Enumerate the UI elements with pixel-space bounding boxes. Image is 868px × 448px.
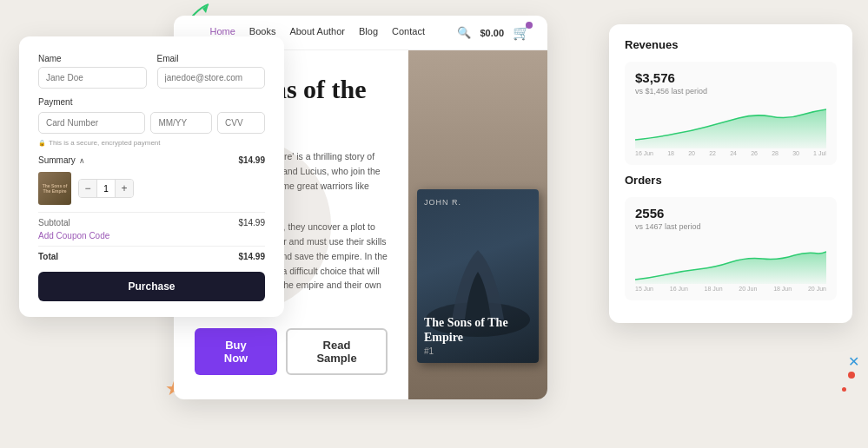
revenue-chart-svg: [635, 101, 826, 148]
coupon-row: Add Coupon Code: [38, 231, 265, 240]
cart-count: [526, 22, 533, 29]
revenue-value: $3,576: [635, 70, 826, 85]
book-actions: Buy Now Read Sample: [195, 328, 388, 375]
summary-label: Summary ∧: [38, 155, 85, 165]
orders-value: 2556: [635, 206, 826, 221]
orders-chart-svg: [635, 236, 826, 284]
chart-label: 16 Jun: [635, 150, 653, 156]
revenue-chart: [635, 101, 826, 148]
expiry-input[interactable]: [150, 112, 212, 134]
email-field-group: Email: [157, 54, 266, 89]
book-cover-image: JOHN R. The Sons of The Empire #1: [417, 189, 539, 363]
chart-label: 18 Jun: [705, 286, 723, 292]
summary-item: The Sons of The Empire − 1 +: [38, 172, 265, 205]
nav-about-author[interactable]: About Author: [289, 26, 345, 39]
quantity-decrease-button[interactable]: −: [79, 180, 96, 197]
chart-label: 28: [772, 150, 779, 156]
cart-icon[interactable]: 🛒: [513, 24, 530, 41]
chart-label: 1 Jul: [813, 150, 826, 156]
scene: ★ ✕ Name Email Payment This is a secure,…: [0, 0, 868, 448]
revenue-chart-labels: 16 Jun 18 20 22 24 26 28 30 1 Jul: [635, 150, 826, 156]
quantity-control: − 1 +: [78, 179, 134, 198]
chart-label: 20 Jun: [808, 286, 826, 292]
book-thumbnail: The Sons of The Empire: [38, 172, 71, 205]
book-cover-title: The Sons of The Empire: [424, 316, 532, 346]
chart-label: 30: [792, 150, 799, 156]
chart-label: 20: [688, 150, 695, 156]
nav-actions: 🔍 $0.00 🛒: [457, 24, 530, 41]
dot-decoration-2: [842, 387, 846, 392]
orders-chart-labels: 15 Jun 16 Jun 18 Jun 20 Jun 18 Jun 20 Ju…: [635, 286, 826, 292]
chart-label: 20 Jun: [739, 286, 757, 292]
book-cover-author: JOHN R.: [424, 198, 461, 207]
chart-label: 18: [667, 150, 674, 156]
analytics-title: Revenues: [625, 38, 837, 51]
cvv-input[interactable]: [217, 112, 265, 134]
chart-label: 18 Jun: [773, 286, 792, 292]
revenue-metric: $3,576 vs $1,456 last period 16 Jun 18: [625, 62, 837, 165]
subtotal-row: Subtotal $14.99: [38, 218, 265, 227]
name-field-group: Name: [38, 54, 147, 89]
analytics-card: Revenues $3,576 vs $1,456 last period: [609, 24, 852, 323]
orders-chart: [635, 236, 826, 284]
book-cover-area: JOHN R. The Sons of The Empire #1: [408, 50, 547, 399]
purchase-button[interactable]: Purchase: [38, 272, 265, 301]
buy-now-button[interactable]: Buy Now: [195, 328, 277, 375]
card-number-input[interactable]: [38, 112, 145, 134]
chart-label: 24: [730, 150, 737, 156]
name-input[interactable]: [38, 67, 147, 89]
email-input[interactable]: [157, 67, 266, 89]
divider-2: [38, 246, 265, 247]
svg-marker-0: [202, 4, 209, 13]
chart-label: 15 Jun: [635, 286, 653, 292]
checkout-card: Name Email Payment This is a secure, enc…: [19, 36, 284, 317]
summary-price: $14.99: [238, 155, 265, 165]
nav-contact[interactable]: Contact: [392, 26, 425, 39]
chevron-up-icon: ∧: [79, 156, 85, 165]
read-sample-button[interactable]: Read Sample: [286, 328, 388, 375]
subtotal-value: $14.99: [238, 218, 265, 227]
chart-label: 22: [709, 150, 716, 156]
coupon-label[interactable]: Add Coupon Code: [38, 231, 109, 240]
book-number: #1: [424, 346, 434, 356]
orders-metric: 2556 vs 1467 last period 15 Jun 16 Jun: [625, 197, 837, 300]
quantity-value: 1: [96, 180, 116, 197]
revenue-vs: vs $1,456 last period: [635, 87, 826, 96]
name-label: Name: [38, 54, 147, 63]
total-label: Total: [38, 252, 58, 261]
orders-title: Orders: [625, 174, 837, 187]
total-value: $14.99: [238, 252, 265, 261]
orders-vs: vs 1467 last period: [635, 222, 826, 231]
total-row: Total $14.99: [38, 252, 265, 261]
cart-price: $0.00: [480, 28, 504, 38]
dot-decoration: [848, 372, 855, 379]
payment-label: Payment: [38, 97, 265, 107]
nav-blog[interactable]: Blog: [359, 26, 378, 39]
subtotal-label: Subtotal: [38, 218, 70, 227]
quantity-increase-button[interactable]: +: [116, 180, 133, 197]
secure-note: This is a secure, encrypted payment: [38, 139, 265, 147]
divider: [38, 212, 265, 213]
search-icon[interactable]: 🔍: [457, 26, 471, 39]
chart-label: 26: [751, 150, 758, 156]
chart-label: 16 Jun: [670, 286, 688, 292]
cross-decoration: ✕: [848, 353, 859, 370]
email-label: Email: [157, 54, 266, 63]
